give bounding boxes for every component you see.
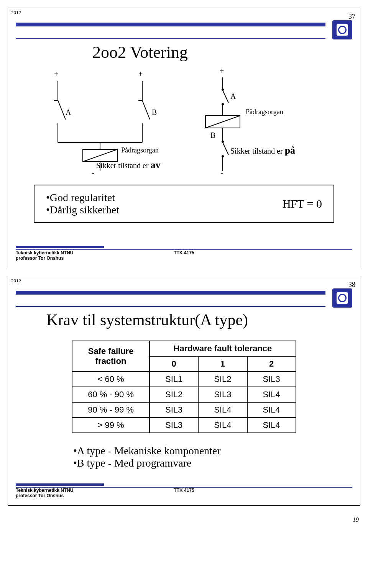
year-label: 2012 xyxy=(11,10,21,16)
svg-line-15 xyxy=(223,90,228,103)
footer-rule: Teknisk kybernetikk NTNU professor Tor O… xyxy=(16,246,352,261)
minus-sign: - xyxy=(92,169,94,177)
state-text-off: Sikker tilstand er av xyxy=(96,159,161,171)
type-bullets: •A type - Mekaniske komponenter •B type … xyxy=(73,445,352,469)
cell: SIL4 xyxy=(247,418,296,433)
page-number: 19 xyxy=(0,513,368,531)
slide-2oo2-votering: 2012 37 2oo2 Votering xyxy=(8,8,360,268)
actuator-label: Pådragsorgan xyxy=(121,146,159,154)
footer-course: TTK 4175 xyxy=(100,488,268,498)
minus-sign: - xyxy=(220,169,223,177)
slide-systemstruktur: 2012 38 Krav til systemstruktur(A type) … xyxy=(8,276,360,506)
contact-b-label: B xyxy=(152,108,157,117)
svg-line-5 xyxy=(142,100,150,120)
table-row: 90 % - 99 % SIL3 SIL4 SIL4 xyxy=(72,402,296,418)
sil-table: Safe failure fraction Hardware fault tol… xyxy=(72,341,296,433)
header-rule xyxy=(16,23,352,39)
actuator-label: Pådragsorgan xyxy=(246,108,283,116)
cell: > 99 % xyxy=(72,418,150,433)
circuit-diagram: + + + A B A Pådragsorgan Pådragsorgan B … xyxy=(16,66,353,181)
th-col-2: 2 xyxy=(247,356,296,372)
state-prefix: Sikker tilstand er xyxy=(230,147,283,155)
bullet-a-type: •A type - Mekaniske komponenter xyxy=(73,445,352,457)
footer-author: professor Tor Onshus xyxy=(16,493,100,498)
thick-rule xyxy=(16,23,325,26)
cell: SIL2 xyxy=(198,372,247,387)
cell: 60 % - 90 % xyxy=(72,387,150,402)
state-on: på xyxy=(285,145,295,156)
cell: SIL4 xyxy=(247,387,296,402)
state-prefix: Sikker tilstand er xyxy=(96,161,149,170)
thin-rule xyxy=(16,38,325,39)
footer-affiliation: Teknisk kybernetikk NTNU xyxy=(16,488,100,493)
cell: SIL3 xyxy=(150,418,198,433)
cell: SIL3 xyxy=(150,402,198,418)
logo-icon xyxy=(332,288,352,308)
th-col-0: 0 xyxy=(150,356,198,372)
th-sff-line2: fraction xyxy=(95,356,127,366)
th-sff-line1: Safe failure xyxy=(88,346,134,356)
cell: SIL1 xyxy=(150,372,198,387)
contact-a-label: A xyxy=(230,92,236,101)
footer-affiliation: Teknisk kybernetikk NTNU xyxy=(16,250,100,256)
bullet-b-type: •B type - Med programvare xyxy=(73,457,352,469)
slide-number: 38 xyxy=(348,281,355,289)
state-off: av xyxy=(151,159,161,170)
hft-label: HFT = 0 xyxy=(283,197,322,210)
th-hft: Hardware fault tolerance xyxy=(150,341,296,356)
slide-title: 2oo2 Votering xyxy=(92,43,352,62)
th-sff: Safe failure fraction xyxy=(72,341,150,372)
bullet-sikkerhet: •Dårlig sikkerhet xyxy=(46,204,119,216)
contact-a-label: A xyxy=(66,108,71,117)
th-col-1: 1 xyxy=(198,356,247,372)
logo-icon xyxy=(332,20,352,39)
plus-sign: + xyxy=(220,67,224,75)
svg-line-1 xyxy=(58,100,66,120)
summary-box: •God regularitet •Dårlig sikkerhet HFT =… xyxy=(34,185,334,223)
cell: SIL3 xyxy=(198,387,247,402)
cell: < 60 % xyxy=(72,372,150,387)
footer-rule: Teknisk kybernetikk NTNU professor Tor O… xyxy=(16,483,352,498)
cell: SIL4 xyxy=(198,418,247,433)
header-rule xyxy=(16,291,352,308)
cell: SIL4 xyxy=(247,402,296,418)
slide-number: 37 xyxy=(348,13,355,21)
table-row: 60 % - 90 % SIL2 SIL3 SIL4 xyxy=(72,387,296,402)
plus-sign: + xyxy=(138,70,143,79)
cell: SIL2 xyxy=(150,387,198,402)
slide-title: Krav til systemstruktur(A type) xyxy=(46,311,352,329)
cell: 90 % - 99 % xyxy=(72,402,150,418)
contact-b-label: B xyxy=(210,131,215,140)
cell: SIL3 xyxy=(247,372,296,387)
table-row: < 60 % SIL1 SIL2 SIL3 xyxy=(72,372,296,387)
plus-sign: + xyxy=(54,70,58,79)
footer-author: professor Tor Onshus xyxy=(16,256,100,261)
cell: SIL4 xyxy=(198,402,247,418)
footer-course: TTK 4175 xyxy=(100,250,268,261)
year-label: 2012 xyxy=(11,278,21,284)
table-row: > 99 % SIL3 SIL4 SIL4 xyxy=(72,418,296,433)
state-text-on: Sikker tilstand er på xyxy=(230,145,295,156)
bullet-regularitet: •God regularitet xyxy=(46,192,119,204)
svg-line-22 xyxy=(223,142,228,155)
